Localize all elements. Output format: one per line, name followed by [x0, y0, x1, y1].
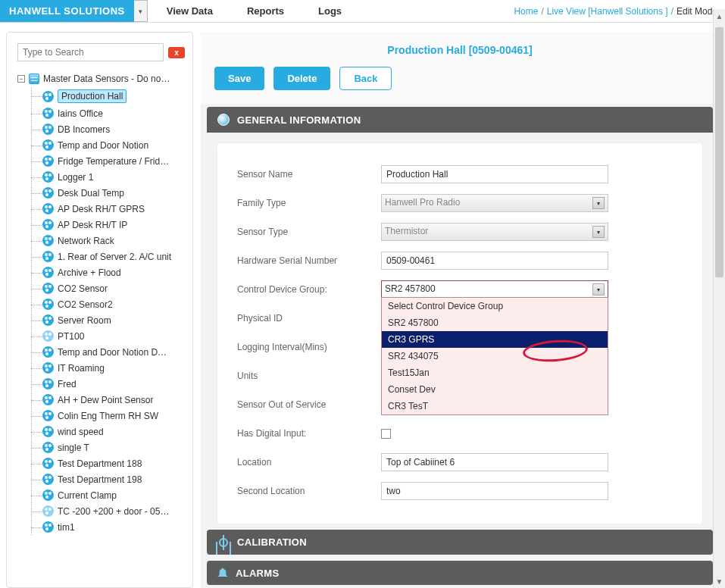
panel-general-body: Sensor Name Family Type Hanwell Pro Radi… — [217, 143, 702, 524]
sensor-icon — [42, 489, 54, 501]
has-digital-checkbox[interactable] — [381, 429, 391, 439]
sensor-icon — [42, 203, 54, 214]
sensor-icon — [42, 410, 54, 421]
tree-item[interactable]: Production Hall — [32, 87, 192, 105]
tree-item[interactable]: Fred — [32, 376, 192, 392]
clear-search-icon[interactable]: x — [168, 47, 185, 58]
sensor-icon — [42, 235, 54, 246]
sensor-type-value: Thermistor — [385, 226, 428, 236]
action-row: Save Delete Back — [201, 65, 719, 104]
control-group-option[interactable]: Test15Jan — [382, 364, 608, 381]
chevron-down-icon: ▾ — [592, 197, 605, 209]
tree-item[interactable]: Temp and Door Notion D… — [32, 344, 192, 360]
menu-reports[interactable]: Reports — [247, 5, 284, 17]
info-icon — [217, 114, 230, 126]
tree-item[interactable]: wind speed — [32, 424, 192, 439]
tree-item-label: AP Desk RH/T IP — [58, 220, 127, 230]
panel-general: GENERAL INFORMATION Sensor Name Family T… — [207, 107, 713, 524]
sensor-name-input[interactable] — [381, 165, 608, 183]
sensor-type-select[interactable]: Thermistor ▾ — [381, 223, 608, 241]
control-group-option[interactable]: Conset Dev — [382, 381, 608, 398]
tree-item-label: single T — [58, 443, 89, 453]
sensor-icon — [42, 155, 54, 167]
tree-item[interactable]: AH + Dew Point Sensor — [32, 392, 192, 408]
row-family-type: Family Type Hanwell Pro Radio ▾ — [237, 189, 683, 217]
scroll-down-icon[interactable]: ▼ — [714, 574, 719, 588]
tree-item[interactable]: Test Department 188 — [32, 455, 192, 471]
tree: − Master Data Sensors - Do not… Producti… — [7, 69, 192, 587]
location-input[interactable] — [381, 453, 608, 471]
panel-alarms-header[interactable]: ALARMS — [207, 561, 713, 585]
tree-item[interactable]: Test Department 198 — [32, 471, 192, 487]
tree-item[interactable]: Desk Dual Temp — [32, 185, 192, 201]
tree-item[interactable]: Logger 1 — [32, 169, 192, 185]
tree-item-label: DB Incomers — [58, 124, 110, 135]
panel-calibration-title: CALIBRATION — [237, 536, 307, 548]
tree-item[interactable]: single T — [32, 439, 192, 455]
breadcrumb-home[interactable]: Home — [514, 6, 538, 17]
tree-item[interactable]: PT100 — [32, 328, 192, 344]
row-has-digital: Has Digital Input: — [237, 419, 683, 448]
control-group-option[interactable]: CR3 TesT — [382, 398, 608, 414]
back-button[interactable]: Back — [339, 67, 392, 90]
label-sensor-type: Sensor Type — [237, 227, 381, 237]
tree-item[interactable]: AP Desk RH/T IP — [32, 217, 192, 233]
collapse-icon[interactable]: − — [17, 75, 25, 83]
tree-item[interactable]: AP Desk RH/T GPRS — [32, 201, 192, 217]
tree-item[interactable]: Iains Office — [32, 105, 192, 121]
tree-root[interactable]: − Master Data Sensors - Do not… — [10, 70, 192, 87]
control-group-option[interactable]: CR3 GPRS — [382, 331, 608, 348]
second-location-input[interactable] — [381, 482, 608, 500]
tree-item[interactable]: 1. Rear of Server 2. A/C unit — [32, 249, 192, 264]
tree-item[interactable]: tim1 — [32, 519, 192, 535]
row-control-group: Control Device Group: SR2 457800 ▾ Selec… — [237, 275, 683, 304]
sensor-icon — [42, 521, 54, 533]
tree-item[interactable]: TC -200 +200 + door - 05… — [32, 503, 192, 519]
brand-dropdown-toggle[interactable]: ▾ — [134, 0, 148, 22]
menu-view-data[interactable]: View Data — [167, 5, 213, 17]
page-title: Production Hall [0509-00461] — [201, 32, 719, 65]
tree-item[interactable]: Archive + Flood — [32, 264, 192, 280]
tree-item[interactable]: Server Room — [32, 312, 192, 328]
tree-item-label: AH + Dew Point Sensor — [58, 395, 153, 405]
tree-item[interactable]: Temp and Door Notion — [32, 137, 192, 153]
brand[interactable]: HANWELL SOLUTIONS — [0, 0, 134, 22]
scroll-thumb[interactable] — [715, 32, 719, 277]
label-physical-id: Physical ID — [237, 313, 381, 324]
search-input[interactable] — [17, 43, 164, 61]
breadcrumb-live-view[interactable]: Live View [Hanwell Solutions ] — [547, 6, 668, 17]
tree-item[interactable]: DB Incomers — [32, 121, 192, 137]
tree-item-label: CO2 Sensor — [58, 283, 108, 294]
tree-item[interactable]: IT Roaming — [32, 360, 192, 376]
family-type-select[interactable]: Hanwell Pro Radio ▾ — [381, 194, 608, 212]
save-button[interactable]: Save — [214, 67, 264, 90]
serial-input[interactable] — [381, 252, 608, 270]
sensor-icon — [42, 474, 54, 485]
tree-item-label: Production Hall — [58, 89, 127, 103]
tree-item[interactable]: CO2 Sensor2 — [32, 296, 192, 312]
tree-item[interactable]: CO2 Sensor — [32, 280, 192, 296]
delete-button[interactable]: Delete — [273, 67, 330, 90]
tree-item[interactable]: Fridge Temperature / Frid… — [32, 153, 192, 169]
menu-logs[interactable]: Logs — [318, 5, 342, 17]
tree-item[interactable]: Colin Eng Therm RH SW — [32, 408, 192, 424]
control-group-option[interactable]: SR2 434075 — [382, 348, 608, 364]
tree-item-label: Network Rack — [58, 236, 114, 246]
sensor-icon — [42, 346, 54, 358]
control-group-select[interactable]: SR2 457800 ▾ — [381, 280, 608, 299]
label-has-digital: Has Digital Input: — [237, 428, 381, 439]
tree-item[interactable]: Current Clamp — [32, 487, 192, 503]
layout: x − Master Data Sensors - Do not… Produc… — [0, 23, 725, 588]
panel-calibration-header[interactable]: CALIBRATION — [207, 530, 713, 555]
tree-item[interactable]: Network Rack — [32, 233, 192, 249]
panel-general-header[interactable]: GENERAL INFORMATION — [207, 107, 713, 133]
label-serial: Hardware Serial Number — [237, 255, 381, 266]
chevron-down-icon: ▾ — [592, 226, 605, 238]
row-sensor-type: Sensor Type Thermistor ▾ — [237, 217, 683, 246]
sensor-icon — [42, 124, 54, 135]
tree-item-label: Fridge Temperature / Frid… — [58, 156, 169, 167]
control-group-option[interactable]: Select Control Device Group — [382, 298, 608, 314]
vertical-scrollbar[interactable]: ▲ ▼ — [713, 32, 719, 588]
control-group-option[interactable]: SR2 457800 — [382, 314, 608, 331]
chevron-down-icon[interactable]: ▾ — [592, 283, 605, 296]
